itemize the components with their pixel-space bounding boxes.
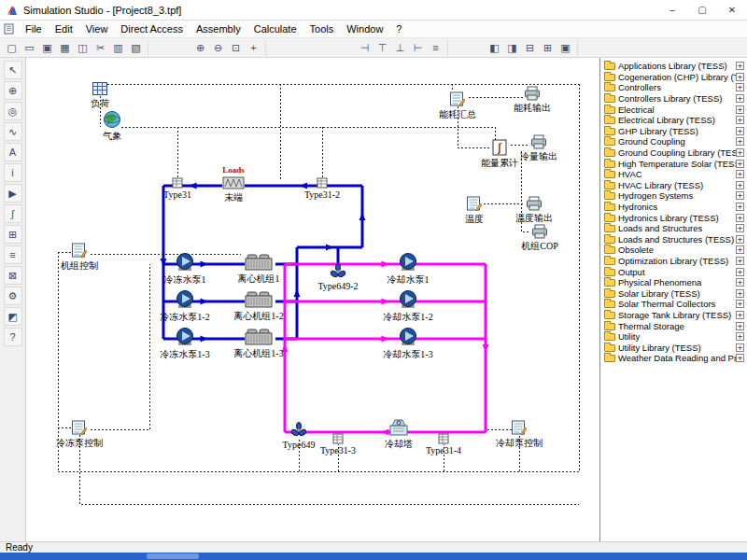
- menu-view[interactable]: View: [79, 22, 115, 35]
- library-item[interactable]: Controllers Library (TESS)+: [600, 93, 747, 105]
- menu-edit[interactable]: Edit: [49, 22, 79, 35]
- align-top-icon[interactable]: ⊤: [374, 40, 390, 56]
- expand-icon[interactable]: +: [736, 311, 744, 319]
- expand-icon[interactable]: +: [736, 105, 744, 114]
- menu-calculate[interactable]: Calculate: [247, 22, 303, 35]
- paste-icon[interactable]: ▧: [128, 40, 144, 56]
- expand-icon[interactable]: +: [736, 203, 744, 211]
- expand-icon[interactable]: +: [736, 160, 744, 168]
- print-icon[interactable]: ▦: [57, 40, 73, 56]
- library-item[interactable]: GHP Library (TESS)+: [600, 126, 747, 137]
- expand-icon[interactable]: +: [736, 191, 744, 200]
- library-item[interactable]: Solar Thermal Collectors+: [600, 299, 747, 310]
- expand-icon[interactable]: +: [736, 289, 744, 298]
- library-item[interactable]: Weather Data Reading and Process+: [600, 353, 747, 364]
- maximize-button[interactable]: ▢: [687, 0, 717, 20]
- grid-tool-icon[interactable]: ⊞: [4, 225, 22, 244]
- expand-icon[interactable]: +: [736, 300, 744, 308]
- copy-icon[interactable]: ▥: [110, 40, 126, 56]
- library-item[interactable]: Storage Tank Library (TESS)+: [600, 310, 747, 321]
- expand-icon[interactable]: +: [736, 322, 744, 330]
- expand-icon[interactable]: +: [736, 257, 744, 265]
- library-item[interactable]: Utility Library (TESS)+: [600, 342, 747, 353]
- expand-icon[interactable]: +: [736, 278, 744, 287]
- expand-icon[interactable]: +: [736, 127, 744, 135]
- menu-direct-access[interactable]: Direct Access: [114, 22, 190, 35]
- select-tool-icon[interactable]: ↖: [4, 61, 22, 79]
- minimize-button[interactable]: –: [657, 0, 687, 20]
- expand-icon[interactable]: +: [736, 343, 744, 352]
- tile-vertical-icon[interactable]: ◨: [504, 40, 520, 56]
- library-item[interactable]: Solar Library (TESS)+: [600, 287, 747, 299]
- library-item[interactable]: Optimization Library (TESS)+: [600, 256, 747, 267]
- new-icon[interactable]: ▢: [4, 40, 20, 56]
- library-item[interactable]: Ground Coupling+: [600, 136, 747, 147]
- settings-tool-icon[interactable]: ⚙: [4, 287, 22, 305]
- plot-tool-icon[interactable]: ∫: [4, 204, 22, 223]
- library-item[interactable]: Cogeneration (CHP) Library (TESS)+: [600, 72, 747, 83]
- project-canvas[interactable]: 负荷气象Type31Loads末端Type31-2能耗汇总能耗输出∫能量累计冷量…: [26, 58, 599, 541]
- library-item[interactable]: HVAC+: [600, 169, 747, 180]
- options-icon[interactable]: ▣: [557, 40, 573, 56]
- align-bottom-icon[interactable]: ⊥: [392, 40, 408, 56]
- expand-icon[interactable]: +: [736, 62, 744, 70]
- expand-icon[interactable]: +: [736, 354, 744, 362]
- cascade-icon[interactable]: ⊟: [522, 40, 538, 56]
- run-tool-icon[interactable]: ▶: [4, 184, 22, 203]
- library-item[interactable]: Utility+: [600, 331, 747, 343]
- library-item[interactable]: High Temperature Solar (TESS)+: [600, 158, 747, 169]
- document-window-icon[interactable]: [4, 23, 15, 35]
- open-icon[interactable]: ▭: [21, 40, 37, 56]
- layers-tool-icon[interactable]: ≡: [4, 245, 22, 264]
- zoom-tool-icon[interactable]: ⊕: [4, 81, 22, 100]
- library-item[interactable]: Ground Coupling Library (TESS)+: [600, 147, 747, 159]
- help-tool-icon[interactable]: ?: [4, 328, 22, 346]
- library-item[interactable]: Electrical+: [600, 104, 747, 115]
- lock-tool-icon[interactable]: ⊠: [4, 266, 22, 285]
- library-item[interactable]: Thermal Storage+: [600, 320, 747, 331]
- expand-icon[interactable]: +: [736, 332, 744, 341]
- library-item[interactable]: Hydrogen Systems+: [600, 190, 747, 202]
- library-item[interactable]: Physical Phenomena+: [600, 277, 747, 288]
- expand-icon[interactable]: +: [736, 116, 744, 124]
- expand-icon[interactable]: +: [736, 83, 744, 91]
- expand-icon[interactable]: +: [736, 224, 744, 232]
- align-left-icon[interactable]: ⊣: [357, 40, 373, 56]
- expand-icon[interactable]: +: [736, 214, 744, 222]
- expand-icon[interactable]: +: [736, 148, 744, 157]
- library-item[interactable]: Applications Library (TESS)+: [600, 61, 747, 72]
- library-item[interactable]: Controllers+: [600, 82, 747, 93]
- library-item[interactable]: Output+: [600, 266, 747, 277]
- library-item[interactable]: Loads and Structures (TESS)+: [600, 234, 747, 245]
- arrange-icon[interactable]: ⊞: [540, 40, 556, 56]
- expand-icon[interactable]: +: [736, 235, 744, 244]
- menu-window[interactable]: Window: [340, 22, 389, 35]
- expand-icon[interactable]: +: [736, 245, 744, 254]
- menu-assembly[interactable]: Assembly: [190, 22, 247, 35]
- tile-horizontal-icon[interactable]: ◧: [486, 40, 502, 56]
- link-tool-icon[interactable]: ∿: [4, 122, 22, 141]
- expand-icon[interactable]: +: [736, 181, 744, 189]
- zoom-out-icon[interactable]: ⊖: [210, 40, 226, 56]
- expand-icon[interactable]: +: [736, 268, 744, 276]
- pan-tool-icon[interactable]: ◎: [4, 102, 22, 120]
- close-button[interactable]: ✕: [717, 0, 747, 20]
- distribute-icon[interactable]: ≡: [428, 40, 444, 56]
- library-item[interactable]: Electrical Library (TESS)+: [600, 115, 747, 126]
- save-icon[interactable]: ▣: [39, 40, 55, 56]
- library-item[interactable]: HVAC Library (TESS)+: [600, 180, 747, 191]
- zoom-fit-icon[interactable]: ⊡: [228, 40, 244, 56]
- library-item[interactable]: Hydronics Library (TESS)+: [600, 212, 747, 223]
- expand-icon[interactable]: +: [736, 73, 744, 81]
- info-tool-icon[interactable]: i: [4, 163, 22, 182]
- palette-tool-icon[interactable]: ◩: [4, 307, 22, 326]
- expand-icon[interactable]: +: [736, 94, 744, 103]
- library-item[interactable]: Obsolete+: [600, 245, 747, 256]
- text-tool-icon[interactable]: A: [4, 143, 22, 161]
- align-right-icon[interactable]: ⊢: [410, 40, 426, 56]
- menu-file[interactable]: File: [19, 22, 49, 35]
- library-item[interactable]: Hydronics+: [600, 202, 747, 213]
- expand-icon[interactable]: +: [736, 137, 744, 146]
- menu-help[interactable]: ?: [389, 22, 408, 35]
- library-item[interactable]: Loads and Structures+: [600, 223, 747, 234]
